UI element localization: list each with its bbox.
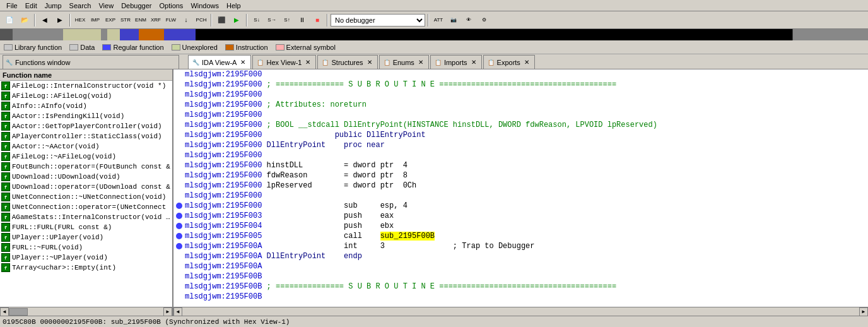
xref-button[interactable]: XRF (149, 13, 163, 27)
menu-file[interactable]: File (3, 1, 21, 10)
enum-button[interactable]: ENM (134, 13, 148, 27)
function-list-item[interactable]: fUPlayer::~UPlayer(void) (0, 253, 172, 263)
code-line[interactable]: mlsdgjwm:2195F005 call sub_2195F00B (173, 231, 868, 241)
function-list-item[interactable]: fFOutBunch::operator=(FOutBunch const & (0, 162, 172, 172)
menu-search[interactable]: Search (66, 1, 95, 10)
tab-import-close[interactable]: ✕ (470, 59, 478, 66)
code-line[interactable]: mlsdgjwm:2195F00A (173, 261, 868, 271)
flow-button[interactable]: FLW (164, 13, 178, 27)
misc-button[interactable]: ⚙ (477, 13, 491, 27)
run-button[interactable]: ▶ (230, 13, 243, 27)
scroll-thumb-horiz[interactable] (9, 308, 28, 316)
debugger-select[interactable]: No debugger (331, 14, 425, 27)
code-area[interactable]: mlsdgjwm:2195F000mlsdgjwm:2195F000 ; ===… (173, 69, 868, 307)
tab-hex-view[interactable]: 📋 Hex View-1 ✕ (252, 55, 316, 69)
code-line[interactable]: mlsdgjwm:2195F000 (173, 110, 868, 120)
code-line[interactable]: mlsdgjwm:2195F000 ; BOOL __stdcall DllEn… (173, 120, 868, 130)
code-line[interactable]: mlsdgjwm:2195F000 (173, 69, 868, 80)
code-horiz-scroll[interactable]: ◀ ▶ (173, 307, 868, 316)
code-line[interactable]: mlsdgjwm:2195F000 fdwReason = dword ptr … (173, 170, 868, 181)
menu-jump[interactable]: Jump (41, 1, 66, 10)
watch-button[interactable]: 👁 (462, 13, 476, 27)
function-list-item[interactable]: fUNetConnection::~UNetConnection(void) (0, 192, 172, 202)
menu-help[interactable]: Help (223, 1, 245, 10)
pause-button[interactable]: ⏸ (295, 13, 309, 27)
code-line[interactable]: mlsdgjwm:2195F000 public DllEntryPoint (173, 130, 868, 140)
tab-struct-close[interactable]: ✕ (366, 59, 373, 66)
tab-export-close[interactable]: ✕ (523, 59, 531, 66)
code-line[interactable]: mlsdgjwm:2195F000 lpReserved = dword ptr… (173, 181, 868, 191)
function-list-item[interactable]: fUDownload::UDownload(void) (0, 172, 172, 182)
functions-list[interactable]: fAFileLog::InternalConstructor(void *)fA… (0, 81, 172, 307)
back-button[interactable]: ◀ (38, 13, 52, 27)
function-list-item[interactable]: fAPlayerController::StaticClass(void) (0, 131, 172, 141)
tab-hex-close[interactable]: ✕ (304, 59, 312, 66)
code-line[interactable]: mlsdgjwm:2195F000 DllEntryPoint proc nea… (173, 140, 868, 150)
scroll-right-arrow[interactable]: ▶ (163, 307, 172, 316)
step-over-button[interactable]: S↓ (250, 13, 264, 27)
snapshot-button[interactable]: 📷 (447, 13, 460, 27)
code-line[interactable]: mlsdgjwm:2195F004 push ebx (173, 221, 868, 231)
menu-options[interactable]: Options (155, 1, 187, 10)
code-content: public DllEntryPoint (262, 131, 425, 140)
scroll-left-arrow[interactable]: ◀ (0, 307, 9, 316)
function-list-item[interactable]: fTArray<uchar>::Empty(int) (0, 263, 172, 273)
new-button[interactable]: 📄 (3, 13, 16, 27)
tab-enums[interactable]: 📋 Enums ✕ (379, 55, 429, 69)
step-into-button[interactable]: S→ (265, 13, 279, 27)
function-list-item[interactable]: fUDownload::operator=(UDownload const & (0, 182, 172, 192)
hex-button[interactable]: HEX (73, 13, 87, 27)
menu-edit[interactable]: Edit (21, 1, 41, 10)
function-list-item[interactable]: fUNetConnection::operator=(UNetConnect (0, 202, 172, 212)
tab-exports[interactable]: 📋 Exports ✕ (483, 55, 535, 69)
code-line[interactable]: mlsdgjwm:2195F000 sub esp, 4 (173, 201, 868, 211)
function-name: UDownload::UDownload(void) (12, 173, 120, 181)
code-line[interactable]: mlsdgjwm:2195F000 (173, 150, 868, 160)
breakpoint-button[interactable]: ⬛ (214, 13, 228, 27)
stop-button[interactable]: ■ (310, 13, 324, 27)
tab-ida-view[interactable]: 🔧 IDA View-A ✕ (188, 55, 251, 69)
function-list-item[interactable]: fAActor::IsPendingKill(void) (0, 111, 172, 121)
function-list-item[interactable]: fFURL::~FURL(void) (0, 242, 172, 253)
code-line[interactable]: mlsdgjwm:2195F000 (173, 191, 868, 201)
function-list-item[interactable]: fAFileLog::InternalConstructor(void *) (0, 81, 172, 91)
function-list-item[interactable]: fAGameStats::InternalConstructor(void *) (0, 212, 172, 222)
import-button[interactable]: IMP (88, 13, 102, 27)
function-list-item[interactable]: fAFileLog::AFileLog(void) (0, 91, 172, 101)
code-line[interactable]: mlsdgjwm:2195F00B (173, 271, 868, 282)
patch-button[interactable]: PCH (194, 13, 208, 27)
function-list-item[interactable]: fFURL::FURL(FURL const &) (0, 222, 172, 232)
tab-ida-close[interactable]: ✕ (239, 59, 247, 66)
tab-imports[interactable]: 📋 Imports ✕ (430, 55, 482, 69)
function-list-item[interactable]: fAActor::GetTopPlayerController(void) (0, 121, 172, 131)
function-list-item[interactable]: fAInfo::AInfo(void) (0, 101, 172, 111)
menu-view[interactable]: View (95, 1, 117, 10)
function-list-item[interactable]: fAFileLog::~AFileLog(void) (0, 152, 172, 162)
menu-debugger[interactable]: Debugger (117, 1, 155, 10)
code-scroll-left[interactable]: ◀ (173, 307, 182, 316)
code-line[interactable]: mlsdgjwm:2195F00B ; =============== S U … (173, 282, 868, 292)
code-line[interactable]: mlsdgjwm:2195F000 hinstDLL = dword ptr 4 (173, 160, 868, 170)
code-line[interactable]: mlsdgjwm:2195F00B (173, 292, 868, 302)
code-highlighted-symbol[interactable]: sub_2195F00B (380, 232, 435, 241)
code-line[interactable]: mlsdgjwm:2195F003 push eax (173, 211, 868, 221)
down-button[interactable]: ↓ (179, 13, 193, 27)
forward-button[interactable]: ▶ (53, 13, 67, 27)
code-line[interactable]: mlsdgjwm:2195F00A int 3 ; Trap to Debugg… (173, 241, 868, 251)
export-button[interactable]: EXP (103, 13, 117, 27)
function-list-item[interactable]: fUPlayer::UPlayer(void) (0, 232, 172, 242)
functions-horiz-scroll[interactable]: ◀ ▶ (0, 307, 172, 316)
tab-enum-close[interactable]: ✕ (417, 59, 425, 66)
code-line[interactable]: mlsdgjwm:2195F000 ; =============== S U … (173, 80, 868, 90)
function-list-item[interactable]: fAActor::~AActor(void) (0, 141, 172, 152)
tab-structures[interactable]: 📋 Structures ✕ (317, 55, 377, 69)
step-out-button[interactable]: S↑ (280, 13, 294, 27)
code-scroll-right[interactable]: ▶ (859, 307, 868, 316)
attach-button[interactable]: ATT (431, 13, 445, 27)
open-button[interactable]: 📂 (18, 13, 32, 27)
code-line[interactable]: mlsdgjwm:2195F000 (173, 90, 868, 100)
code-line[interactable]: mlsdgjwm:2195F000 ; Attributes: noreturn (173, 100, 868, 110)
menu-windows[interactable]: Windows (187, 1, 223, 10)
code-line[interactable]: mlsdgjwm:2195F00A DllEntryPoint endp (173, 251, 868, 261)
struct-button[interactable]: STR (119, 13, 132, 27)
